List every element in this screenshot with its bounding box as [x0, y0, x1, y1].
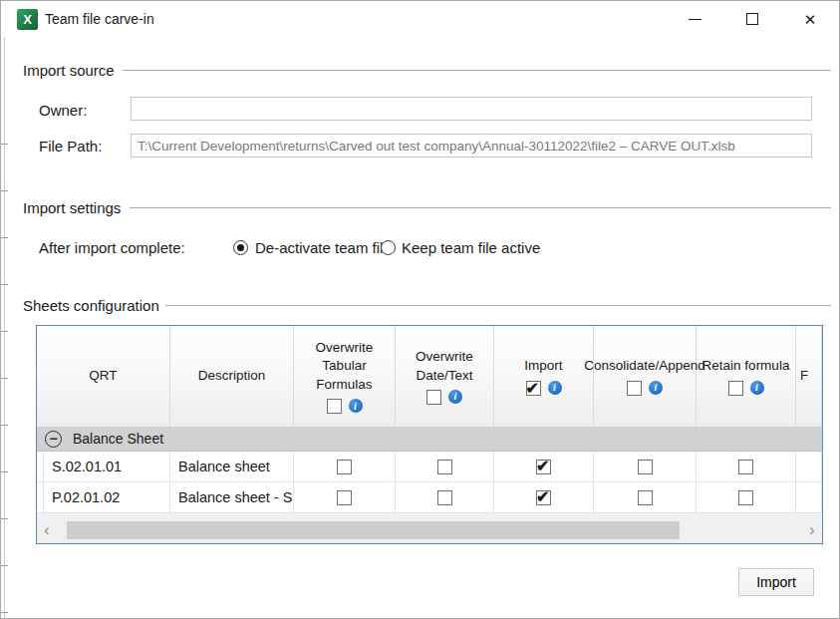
column-header-label: Retain formula	[702, 357, 790, 375]
row-gutter	[37, 452, 44, 481]
retain-formula-checkbox[interactable]	[738, 460, 753, 474]
excel-icon: X	[17, 9, 38, 30]
column-header-overwrite-tabular-formulas: Overwrite Tabular Formulas i	[294, 326, 396, 427]
column-header-label: Description	[198, 367, 266, 385]
title-bar: X Team file carve-in ✕	[1, 1, 839, 37]
file-path-input[interactable]	[131, 134, 812, 157]
column-header-label: QRT	[89, 367, 117, 385]
close-button[interactable]: ✕	[781, 1, 839, 37]
column-header-import: Import i	[494, 326, 594, 427]
column-header-label: Import	[524, 357, 562, 375]
info-icon[interactable]: i	[750, 381, 764, 395]
column-header-qrt: QRT	[37, 326, 170, 427]
info-icon[interactable]: i	[548, 381, 562, 395]
import-checkbox[interactable]	[536, 460, 551, 474]
import-header-checkbox[interactable]	[526, 381, 541, 396]
overwrite-tabular-formulas-header-checkbox[interactable]	[327, 399, 342, 414]
overwrite-tabular-formulas-checkbox[interactable]	[337, 460, 352, 474]
column-header-label: Consolidate/Append	[584, 357, 705, 375]
retain-formula-header-checkbox[interactable]	[728, 381, 743, 396]
import-settings-divider	[130, 207, 831, 208]
window-controls: ✕	[666, 1, 839, 37]
consolidate-append-header-checkbox[interactable]	[627, 381, 642, 396]
info-icon[interactable]: i	[448, 390, 462, 404]
column-header-consolidate-append: Consolidate/Append i	[594, 326, 697, 427]
radio-deactivate-team-file-label: De-activate team file	[255, 239, 392, 256]
close-icon: ✕	[804, 12, 817, 27]
column-header-label: Overwrite Tabular Formulas	[296, 339, 393, 394]
table-row: P.02.01.02 Balance sheet - SF	[37, 482, 822, 513]
scroll-left-icon[interactable]: ‹	[39, 517, 55, 543]
column-header-label: F	[800, 367, 808, 385]
background-grid-ticks	[1, 98, 8, 618]
import-button[interactable]: Import	[738, 568, 814, 596]
horizontal-scrollbar[interactable]: ‹ ›	[37, 517, 822, 543]
info-icon[interactable]: i	[349, 399, 363, 413]
owner-input[interactable]	[131, 97, 812, 121]
maximize-button[interactable]	[723, 1, 781, 37]
import-source-divider	[123, 70, 831, 71]
import-settings-section-label: Import settings	[23, 199, 121, 216]
import-source-section-label: Import source	[23, 62, 115, 79]
file-path-label: File Path:	[39, 138, 102, 155]
clipped-cell	[796, 452, 822, 481]
column-header-description: Description	[170, 326, 294, 427]
minimize-icon	[689, 19, 701, 20]
maximize-icon	[746, 13, 758, 25]
group-row-balance-sheet: − Balance Sheet	[37, 427, 822, 452]
radio-keep-team-file-active[interactable]	[381, 240, 396, 255]
column-header-label: Overwrite Date/Text	[398, 348, 491, 384]
sheets-configuration-divider	[165, 305, 831, 306]
dialog-window: X Team file carve-in ✕ Import source Own…	[0, 0, 840, 619]
group-row-label: Balance Sheet	[73, 431, 163, 447]
column-header-overwrite-date-text: Overwrite Date/Text i	[396, 326, 494, 427]
description-cell: Balance sheet - SF	[170, 482, 294, 512]
qrt-cell: S.02.01.01	[44, 452, 170, 481]
consolidate-append-checkbox[interactable]	[638, 490, 653, 505]
scrollbar-thumb[interactable]	[67, 521, 680, 539]
sheets-configuration-section-label: Sheets configuration	[23, 297, 159, 314]
table-row: S.02.01.01 Balance sheet	[37, 452, 822, 482]
overwrite-tabular-formulas-checkbox[interactable]	[337, 490, 352, 505]
table-header-row: QRT Description Overwrite Tabular Formul…	[37, 326, 822, 427]
import-checkbox[interactable]	[536, 490, 551, 505]
minimize-button[interactable]	[666, 1, 723, 37]
description-cell: Balance sheet	[170, 452, 294, 481]
column-header-retain-formula: Retain formula i	[697, 326, 796, 427]
clipped-cell	[796, 482, 822, 512]
column-header-clipped: F	[796, 326, 822, 427]
collapse-icon[interactable]: −	[45, 431, 62, 448]
excel-icon-glyph: X	[23, 13, 32, 26]
row-gutter	[37, 482, 44, 512]
overwrite-date-text-checkbox[interactable]	[437, 490, 452, 505]
after-import-complete-label: After import complete:	[39, 239, 185, 256]
owner-label: Owner:	[39, 102, 87, 119]
window-title: Team file carve-in	[45, 11, 154, 27]
radio-deactivate-team-file[interactable]	[233, 240, 248, 255]
qrt-cell: P.02.01.02	[44, 482, 170, 512]
retain-formula-checkbox[interactable]	[738, 490, 753, 505]
overwrite-date-text-header-checkbox[interactable]	[426, 390, 441, 405]
info-icon[interactable]: i	[649, 381, 663, 395]
sheets-configuration-table: QRT Description Overwrite Tabular Formul…	[36, 325, 823, 544]
overwrite-date-text-checkbox[interactable]	[437, 460, 452, 474]
scroll-right-icon[interactable]: ›	[804, 517, 820, 543]
consolidate-append-checkbox[interactable]	[638, 460, 653, 474]
radio-keep-team-file-active-label: Keep team file active	[402, 239, 540, 256]
